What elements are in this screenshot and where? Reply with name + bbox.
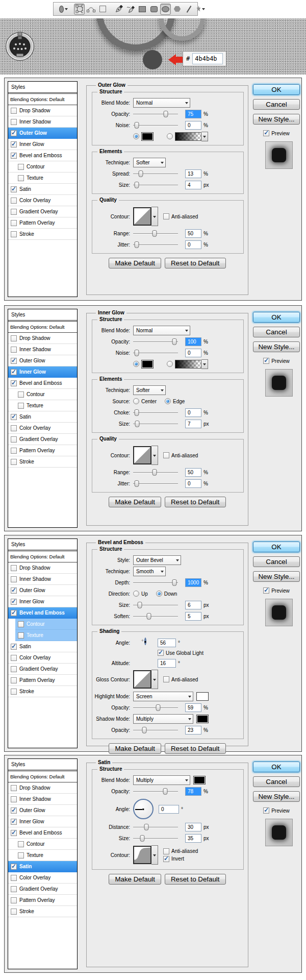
checkbox-icon[interactable] xyxy=(11,141,17,148)
checkbox-icon[interactable] xyxy=(11,875,17,881)
slider-track[interactable] xyxy=(133,170,178,178)
anti-aliased-checkbox[interactable]: Anti-aliased xyxy=(163,848,198,854)
radio-icon[interactable] xyxy=(133,591,139,597)
value-field[interactable]: 0 xyxy=(185,408,201,417)
sidebar-item-gradient-overlay[interactable]: Gradient Overlay xyxy=(8,206,77,217)
checkbox-icon[interactable] xyxy=(11,576,17,582)
value-field[interactable]: 50 xyxy=(185,229,201,238)
anti-aliased-checkbox[interactable]: Anti-aliased xyxy=(163,676,198,682)
radio-option-down[interactable]: Down xyxy=(156,591,177,597)
custom-shape-tool-button[interactable] xyxy=(195,4,206,15)
sidebar-item-satin[interactable]: Satin xyxy=(8,641,77,652)
sidebar-item-blending-options[interactable]: Blending Options: Default xyxy=(8,771,77,782)
hex-value-field[interactable]: 4b4b4b xyxy=(192,53,223,64)
contour-thumbnail[interactable] xyxy=(133,670,151,689)
value-field[interactable]: 75 xyxy=(185,110,201,118)
checkbox-icon[interactable] xyxy=(11,119,17,125)
sidebar-item-drop-shadow[interactable]: Drop Shadow xyxy=(8,105,77,116)
checkbox-icon[interactable] xyxy=(11,209,17,215)
value-field[interactable]: 30 xyxy=(185,823,201,831)
checkbox-icon[interactable] xyxy=(11,153,17,159)
checkbox-icon[interactable] xyxy=(11,425,17,431)
value-field[interactable]: 23 xyxy=(185,726,201,734)
angle-dial[interactable] xyxy=(133,799,154,819)
sidebar-item-blending-options[interactable]: Blending Options: Default xyxy=(8,94,77,105)
checkbox-icon[interactable] xyxy=(18,391,24,398)
preview-checkbox-row[interactable]: Preview xyxy=(263,807,290,814)
gradient-bar[interactable] xyxy=(175,132,201,141)
checkbox-icon[interactable] xyxy=(11,459,17,465)
sidebar-item-inner-shadow[interactable]: Inner Shadow xyxy=(8,344,77,355)
checkbox-icon[interactable] xyxy=(11,796,17,802)
checkbox-icon[interactable] xyxy=(263,807,269,814)
cancel-button[interactable]: Cancel xyxy=(253,99,300,110)
slider-track[interactable] xyxy=(133,704,178,712)
checkbox-icon[interactable] xyxy=(11,807,17,814)
checkbox-icon[interactable] xyxy=(11,655,17,661)
checkbox-icon[interactable] xyxy=(11,819,17,825)
radio-option-center[interactable]: Center xyxy=(133,398,157,404)
sidebar-item-contour[interactable]: Contour xyxy=(15,619,77,630)
ok-button[interactable]: OK xyxy=(253,312,300,323)
preview-checkbox-row[interactable]: Preview xyxy=(263,587,290,594)
sidebar-item-outer-glow[interactable]: Outer Glow xyxy=(8,128,77,139)
slider-thumb[interactable] xyxy=(146,613,151,620)
sidebar-item-color-overlay[interactable]: Color Overlay xyxy=(8,195,77,206)
rounded-rectangle-tool-button[interactable] xyxy=(148,4,159,15)
sidebar-item-drop-shadow[interactable]: Drop Shadow xyxy=(8,782,77,794)
gradient-radio[interactable] xyxy=(167,361,173,367)
make-default-button[interactable]: Make Default xyxy=(109,743,161,754)
sidebar-item-inner-glow[interactable]: Inner Glow xyxy=(8,816,77,827)
dropdown-shadow-mode[interactable]: Multiply xyxy=(133,714,193,724)
slider-thumb[interactable] xyxy=(134,122,139,129)
checkbox-icon[interactable] xyxy=(11,610,17,616)
slider-thumb[interactable] xyxy=(135,421,140,427)
value-field[interactable]: 1000 xyxy=(185,578,201,587)
slider-thumb[interactable] xyxy=(142,727,147,733)
checkbox-icon[interactable] xyxy=(11,677,17,683)
sidebar-item-stroke[interactable]: Stroke xyxy=(8,686,77,697)
checkbox-icon[interactable] xyxy=(163,213,169,219)
reset-to-default-button[interactable]: Reset to Default xyxy=(165,497,226,507)
paths-button[interactable] xyxy=(86,4,96,15)
glow-color-swatch[interactable] xyxy=(141,132,154,141)
radio-icon[interactable] xyxy=(156,591,162,597)
contour-picker-button[interactable] xyxy=(151,845,158,865)
sidebar-item-gradient-overlay[interactable]: Gradient Overlay xyxy=(8,664,77,675)
slider-thumb[interactable] xyxy=(144,824,149,830)
sidebar-item-contour[interactable]: Contour xyxy=(8,389,77,400)
preview-checkbox-row[interactable]: Preview xyxy=(263,358,290,364)
sidebar-item-bevel-and-emboss[interactable]: Bevel and Emboss xyxy=(8,827,77,839)
contour-picker-button[interactable] xyxy=(151,207,158,226)
checkbox-icon[interactable] xyxy=(11,830,17,836)
make-default-button[interactable]: Make Default xyxy=(109,258,161,268)
sidebar-item-inner-glow[interactable]: Inner Glow xyxy=(8,139,77,150)
sidebar-item-color-overlay[interactable]: Color Overlay xyxy=(8,652,77,664)
value-field[interactable]: 16 xyxy=(158,659,176,668)
sidebar-item-drop-shadow[interactable]: Drop Shadow xyxy=(8,562,77,574)
slider-thumb[interactable] xyxy=(156,704,161,711)
new-style-button[interactable]: New Style... xyxy=(253,341,300,352)
ellipse-tool-button[interactable] xyxy=(160,4,171,15)
checkbox-icon[interactable] xyxy=(11,587,17,594)
sidebar-item-satin[interactable]: Satin xyxy=(8,411,77,423)
color-radio[interactable] xyxy=(133,133,139,139)
checkbox-icon[interactable] xyxy=(11,897,17,903)
ok-button[interactable]: OK xyxy=(253,542,300,552)
sidebar-item-pattern-overlay[interactable]: Pattern Overlay xyxy=(8,675,77,686)
glow-color-swatch[interactable] xyxy=(141,360,154,369)
dropdown-technique[interactable]: Softer xyxy=(133,385,166,395)
sidebar-item-stroke[interactable]: Stroke xyxy=(8,456,77,468)
ok-button[interactable]: OK xyxy=(253,762,300,772)
ok-button[interactable]: OK xyxy=(253,84,300,95)
checkbox-icon[interactable] xyxy=(18,621,24,627)
color-swatch[interactable] xyxy=(196,692,209,701)
checkbox-icon[interactable] xyxy=(11,186,17,192)
radio-option-edge[interactable]: Edge xyxy=(165,398,185,404)
slider-track[interactable] xyxy=(133,835,178,842)
value-field[interactable]: 4 xyxy=(185,181,201,189)
value-field[interactable]: 100 xyxy=(185,337,201,346)
anti-aliased-checkbox[interactable]: Anti-aliased xyxy=(163,452,198,458)
gradient-radio[interactable] xyxy=(167,133,173,139)
checkbox-icon[interactable] xyxy=(18,403,24,409)
